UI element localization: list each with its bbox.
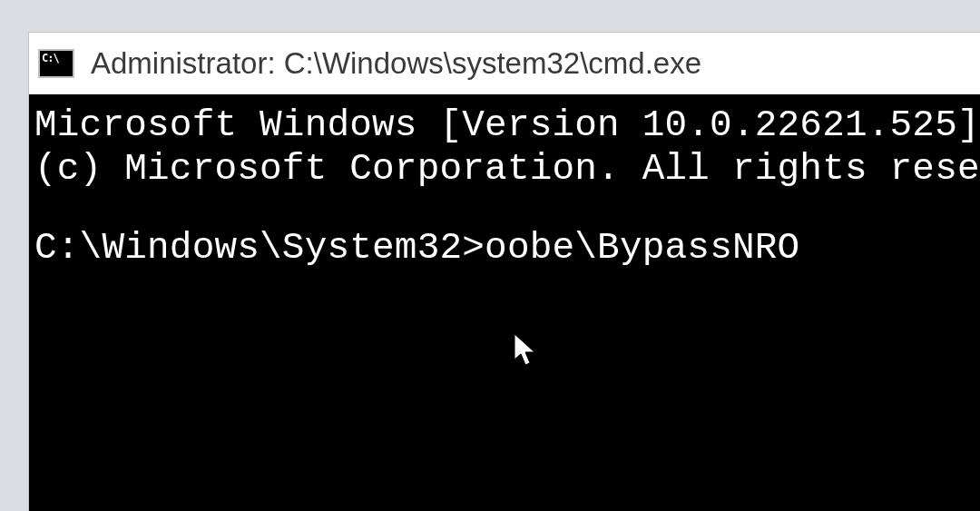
prompt-line: C:\Windows\System32>oobe\BypassNRO xyxy=(34,226,980,270)
terminal-area[interactable]: Microsoft Windows [Version 10.0.22621.52… xyxy=(29,94,980,270)
cmd-icon xyxy=(38,49,74,78)
banner-version: Microsoft Windows [Version 10.0.22621.52… xyxy=(34,103,980,147)
command-input[interactable]: oobe\BypassNRO xyxy=(485,227,799,269)
prompt-path: C:\Windows\System32> xyxy=(34,227,485,269)
title-bar[interactable]: Administrator: C:\Windows\system32\cmd.e… xyxy=(29,33,980,94)
cmd-window: Administrator: C:\Windows\system32\cmd.e… xyxy=(29,33,980,511)
mouse-cursor-icon xyxy=(513,332,538,367)
banner-copyright: (c) Microsoft Corporation. All rights re… xyxy=(34,147,980,191)
window-title: Administrator: C:\Windows\system32\cmd.e… xyxy=(91,46,701,81)
